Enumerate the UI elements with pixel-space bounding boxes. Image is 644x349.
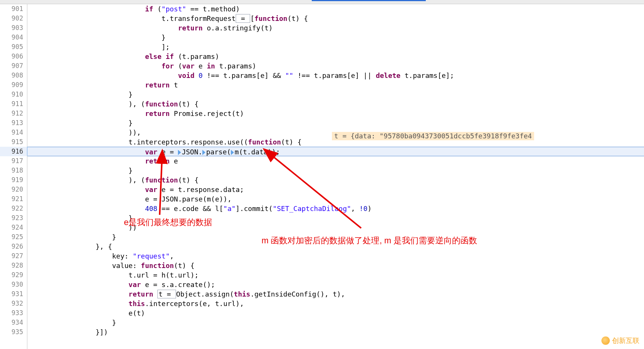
- code-line[interactable]: ), (function(t) {: [27, 175, 644, 185]
- line-number[interactable]: 929: [0, 270, 27, 280]
- code-line[interactable]: }: [27, 213, 644, 223]
- line-number[interactable]: 930: [0, 280, 27, 289]
- code-line[interactable]: e(t): [27, 308, 644, 318]
- line-number[interactable]: 926: [0, 242, 27, 251]
- code-line[interactable]: t.transformRequest = [function(t) {: [27, 14, 644, 23]
- code-line[interactable]: e = JSON.parse(m(e)),: [27, 194, 644, 204]
- code-line[interactable]: return Promise.reject(t): [27, 109, 644, 118]
- code-line[interactable]: 408 == e.code && l["a"].commit("SET_Capt…: [27, 204, 644, 213]
- code-line[interactable]: }: [27, 166, 644, 175]
- active-tab-indicator: [312, 0, 426, 1]
- code-line[interactable]: else if (t.params): [27, 52, 644, 61]
- code-line[interactable]: }]): [27, 327, 644, 337]
- code-area[interactable]: if ("post" == t.method) t.transformReque…: [27, 4, 644, 349]
- code-line[interactable]: void 0 !== t.params[e] && "" !== t.param…: [27, 71, 644, 80]
- toolbar-strip: [0, 0, 644, 4]
- line-number[interactable]: 931: [0, 289, 27, 299]
- line-number[interactable]: 902: [0, 14, 27, 23]
- line-number[interactable]: 911: [0, 99, 27, 109]
- code-line[interactable]: }: [27, 318, 644, 327]
- code-line[interactable]: }, {: [27, 242, 644, 251]
- line-number[interactable]: 919: [0, 175, 27, 185]
- line-number[interactable]: 928: [0, 261, 27, 270]
- code-line[interactable]: return o.a.stringify(t): [27, 23, 644, 33]
- line-number[interactable]: 912: [0, 109, 27, 118]
- line-number[interactable]: 925: [0, 232, 27, 242]
- line-number[interactable]: 922: [0, 204, 27, 213]
- line-number[interactable]: 901: [0, 4, 27, 14]
- code-line[interactable]: if ("post" == t.method): [27, 4, 644, 14]
- code-line[interactable]: }: [27, 33, 644, 42]
- line-number[interactable]: 914: [0, 128, 27, 137]
- line-number[interactable]: 915: [0, 137, 27, 147]
- line-number-gutter[interactable]: 9019029039049059069079089099109119129139…: [0, 4, 27, 349]
- code-line[interactable]: key: "request",: [27, 251, 644, 261]
- line-number[interactable]: 933: [0, 308, 27, 318]
- code-line[interactable]: var e = s.a.create();: [27, 280, 644, 289]
- line-number[interactable]: 906: [0, 52, 27, 61]
- line-number[interactable]: 920: [0, 185, 27, 194]
- line-number[interactable]: 927: [0, 251, 27, 261]
- line-number[interactable]: 909: [0, 80, 27, 90]
- watermark: 创新互联: [601, 336, 639, 345]
- line-number[interactable]: 907: [0, 61, 27, 71]
- line-number[interactable]: 905: [0, 42, 27, 52]
- code-line[interactable]: this.interceptors(e, t.url),: [27, 299, 644, 308]
- code-line[interactable]: }: [27, 90, 644, 99]
- code-line[interactable]: ];: [27, 42, 644, 52]
- watermark-text: 创新互联: [612, 336, 639, 345]
- line-number[interactable]: 908: [0, 71, 27, 80]
- code-editor[interactable]: 9019029039049059069079089099109119129139…: [0, 4, 644, 349]
- line-number[interactable]: 910: [0, 90, 27, 99]
- line-number[interactable]: 918: [0, 166, 27, 175]
- line-number[interactable]: 923: [0, 213, 27, 223]
- watermark-icon: [601, 336, 610, 345]
- code-line[interactable]: value: function(t) {: [27, 261, 644, 270]
- line-number[interactable]: 924: [0, 223, 27, 232]
- code-line[interactable]: var e = JSON.parse(m(t.data));: [27, 147, 644, 156]
- code-line[interactable]: t.url = h(t.url);: [27, 270, 644, 280]
- line-number[interactable]: 916: [0, 147, 27, 156]
- code-line[interactable]: for (var e in t.params): [27, 61, 644, 71]
- code-line[interactable]: var e = t.response.data;: [27, 185, 644, 194]
- code-line[interactable]: )): [27, 223, 644, 232]
- line-number[interactable]: 904: [0, 33, 27, 42]
- line-number[interactable]: 913: [0, 118, 27, 128]
- line-number[interactable]: 903: [0, 23, 27, 33]
- code-line[interactable]: return e: [27, 156, 644, 166]
- inline-eval-badge: t = {data: "95780ba0943730051dccb5fe3918…: [332, 132, 534, 140]
- line-number[interactable]: 932: [0, 299, 27, 308]
- code-line[interactable]: return t: [27, 80, 644, 90]
- line-number[interactable]: 935: [0, 327, 27, 337]
- line-number[interactable]: 934: [0, 318, 27, 327]
- line-number[interactable]: 921: [0, 194, 27, 204]
- code-line[interactable]: }: [27, 232, 644, 242]
- code-line[interactable]: return t = Object.assign(this.getInsideC…: [27, 289, 644, 299]
- code-line[interactable]: }: [27, 118, 644, 128]
- code-line[interactable]: ), (function(t) {: [27, 99, 644, 109]
- line-number[interactable]: 917: [0, 156, 27, 166]
